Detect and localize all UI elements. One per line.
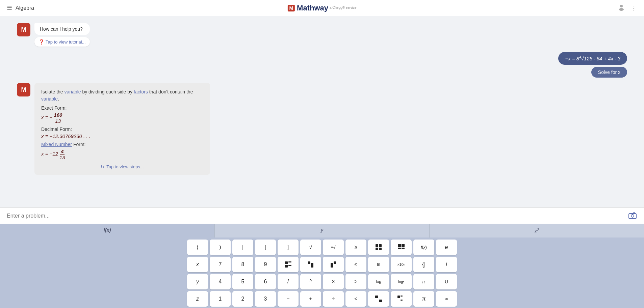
- keyboard-row-1: ( ) | [ ] √ n√ ≥ f(x) e: [3, 240, 641, 255]
- key-9[interactable]: 9: [255, 257, 276, 272]
- key-x[interactable]: x: [187, 257, 208, 272]
- key-y[interactable]: y: [187, 274, 208, 289]
- key-pi[interactable]: π: [413, 291, 434, 307]
- key-divide[interactable]: ÷: [323, 291, 344, 307]
- svg-rect-15: [285, 265, 288, 268]
- key-minus[interactable]: −: [278, 291, 299, 307]
- bot-greeting-row: M How can I help you? ❓ Tap to view tuto…: [0, 23, 644, 47]
- key-imaginary[interactable]: i: [436, 257, 457, 272]
- key-7[interactable]: 7: [210, 257, 231, 272]
- svg-rect-7: [376, 248, 378, 250]
- camera-icon[interactable]: [628, 210, 637, 222]
- key-euler[interactable]: e: [436, 240, 457, 255]
- key-close-paren[interactable]: ): [210, 240, 231, 255]
- key-geq[interactable]: ≥: [345, 240, 366, 255]
- svg-point-4: [631, 215, 634, 217]
- key-gt[interactable]: >: [345, 274, 366, 289]
- key-z[interactable]: z: [187, 291, 208, 307]
- key-open-paren[interactable]: (: [187, 240, 208, 255]
- key-infinity[interactable]: ∞: [436, 291, 457, 307]
- tutorial-label: Tap to view tutorial...: [46, 39, 86, 45]
- svg-point-1: [619, 8, 624, 11]
- key-times[interactable]: ×: [323, 274, 344, 289]
- key-log[interactable]: log: [368, 274, 389, 289]
- key-3[interactable]: 3: [255, 291, 276, 307]
- variable-link-1[interactable]: variable: [65, 89, 81, 94]
- key-union[interactable]: ∪: [436, 274, 457, 289]
- keyboard-row-3: y 4 5 6 / ^ × > log log▪ ∩ ∪: [3, 274, 641, 289]
- greeting-bubble: How can I help you?: [34, 23, 90, 35]
- mixed-number-link[interactable]: Mixed Number: [41, 142, 72, 147]
- key-open-bracket[interactable]: [: [255, 240, 276, 255]
- tap-steps-button[interactable]: ↻ Tap to view steps...: [41, 164, 203, 169]
- key-matrix[interactable]: [368, 240, 389, 255]
- key-5[interactable]: 5: [232, 274, 253, 289]
- key-superscript[interactable]: [300, 257, 321, 272]
- tab-x2[interactable]: x2: [430, 224, 644, 237]
- tutorial-icon: ❓: [38, 39, 44, 45]
- key-pipe[interactable]: |: [232, 240, 253, 255]
- key-fx[interactable]: f(x): [413, 240, 434, 255]
- svg-rect-9: [398, 244, 401, 247]
- key-caret[interactable]: ^: [300, 274, 321, 289]
- header-center: M Mathway a Chegg® service: [287, 4, 356, 12]
- factors-link[interactable]: factors: [134, 89, 148, 94]
- keyboard-row-4: z 1 2 3 − + ÷ < π ∞: [3, 291, 641, 307]
- svg-rect-18: [311, 263, 313, 268]
- key-frac[interactable]: [368, 291, 389, 307]
- key-matrix2[interactable]: [391, 240, 412, 255]
- problem-input[interactable]: [7, 213, 624, 219]
- greeting-bubble-container: How can I help you? ❓ Tap to view tutori…: [34, 23, 90, 47]
- key-close-bracket[interactable]: ]: [278, 240, 299, 255]
- svg-rect-11: [398, 248, 401, 249]
- svg-rect-5: [376, 244, 378, 247]
- key-1[interactable]: 1: [210, 291, 231, 307]
- key-logb[interactable]: log▪: [391, 274, 412, 289]
- key-sqrt[interactable]: √: [300, 240, 321, 255]
- svg-rect-10: [402, 244, 405, 247]
- key-abs[interactable]: {|: [413, 257, 434, 272]
- bot-answer-row: M Isolate the variable by dividing each …: [0, 83, 644, 175]
- decimal-form-label: Decimal Form:: [41, 127, 203, 132]
- key-subscript[interactable]: [323, 257, 344, 272]
- menu-icon[interactable]: ☰: [7, 4, 12, 12]
- svg-rect-24: [401, 296, 403, 297]
- key-2[interactable]: 2: [232, 291, 253, 307]
- key-slash[interactable]: /: [278, 274, 299, 289]
- header-left: ☰ Algebra: [7, 4, 34, 12]
- svg-rect-25: [401, 300, 403, 301]
- key-6[interactable]: 6: [255, 274, 276, 289]
- tutorial-button[interactable]: ❓ Tap to view tutorial...: [34, 37, 90, 47]
- key-leq[interactable]: ≤: [345, 257, 366, 272]
- svg-rect-20: [334, 261, 336, 264]
- svg-rect-8: [379, 248, 382, 250]
- header: ☰ Algebra M Mathway a Chegg® service ⋮: [0, 0, 644, 16]
- key-mixednum[interactable]: [391, 291, 412, 307]
- svg-point-0: [620, 5, 623, 7]
- variable-link-2[interactable]: variable: [41, 96, 58, 102]
- user-icon[interactable]: [618, 3, 625, 12]
- solve-button[interactable]: Solve for x: [591, 67, 627, 78]
- svg-rect-22: [379, 300, 382, 302]
- exact-form-math: x = −16013: [41, 112, 203, 124]
- chegg-label: a Chegg® service: [330, 6, 357, 9]
- key-mixed[interactable]: [278, 257, 299, 272]
- key-sci[interactable]: ×10n: [391, 257, 412, 272]
- key-intersect[interactable]: ∩: [413, 274, 434, 289]
- key-4[interactable]: 4: [210, 274, 231, 289]
- bot-avatar-2: M: [17, 83, 30, 96]
- keyboard-row-2: x 7 8 9 ≤ ln ×10n {| i: [3, 257, 641, 272]
- tab-y[interactable]: y: [215, 224, 430, 237]
- greeting-text: How can I help you?: [40, 26, 83, 32]
- more-icon[interactable]: ⋮: [630, 4, 637, 12]
- svg-rect-23: [397, 296, 400, 298]
- key-ln[interactable]: ln: [368, 257, 389, 272]
- keyboard-tabs: f(x) y x2: [0, 224, 644, 237]
- tab-fx[interactable]: f(x): [0, 224, 215, 237]
- key-nthroot[interactable]: n√: [323, 240, 344, 255]
- key-plus[interactable]: +: [300, 291, 321, 307]
- logo-box: M: [287, 5, 295, 11]
- svg-rect-13: [285, 261, 288, 264]
- key-8[interactable]: 8: [232, 257, 253, 272]
- key-lt[interactable]: <: [345, 291, 366, 307]
